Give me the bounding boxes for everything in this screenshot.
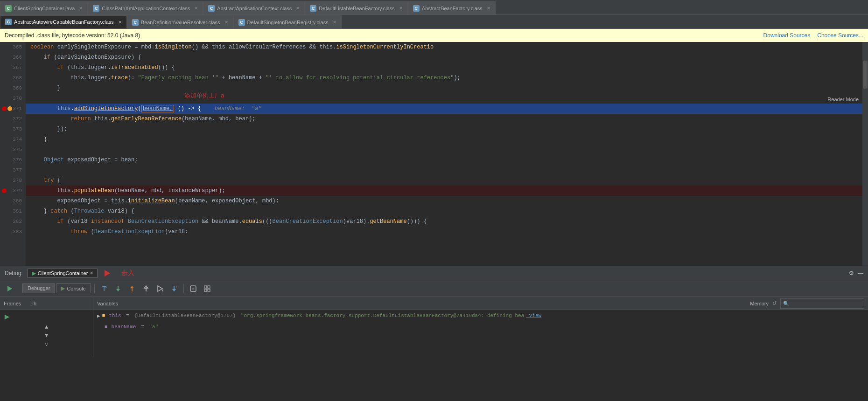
line-num-375: 375 <box>0 145 26 155</box>
line-num-382: 382 <box>0 216 26 227</box>
code-line-369: } <box>26 83 862 93</box>
code-line-378: try { <box>26 175 862 186</box>
close-tab-s1[interactable]: ✕ <box>118 20 122 25</box>
var-row-beanName: ■ beanName = "a" <box>93 321 868 332</box>
choose-sources-link[interactable]: Choose Sources... <box>817 32 863 39</box>
tab-DefaultListable[interactable]: C DefaultListableBeanFactory.class ✕ <box>305 1 407 14</box>
separator-1 <box>94 284 95 293</box>
tab-ClientSpringContainer[interactable]: C ClientSpringContainer.java ✕ <box>0 1 88 14</box>
tab-ClassPathXml[interactable]: C ClassPathXmlApplicationContext.class ✕ <box>88 1 203 14</box>
threads-header: Th <box>30 301 36 306</box>
memory-refresh-icon[interactable]: ↺ <box>772 300 777 306</box>
code-area[interactable]: boolean earlySingletonExposure = mbd.isS… <box>26 42 862 266</box>
reader-mode-button[interactable]: Reader Mode <box>825 96 861 103</box>
settings-icon[interactable]: ⚙ <box>849 270 854 277</box>
close-tab-3[interactable]: ✕ <box>296 6 300 11</box>
tab-icon-dsr: C <box>238 19 245 26</box>
step-over-button[interactable] <box>98 283 110 295</box>
expand-this[interactable]: ▶ <box>97 313 100 319</box>
toolbar: Debugger ▶ Console ! ≡ <box>0 280 868 297</box>
evaluate-button[interactable]: ≡ <box>187 283 199 295</box>
run-to-cursor-alt-button[interactable]: ! <box>168 283 180 295</box>
down-arrow-btn[interactable]: ▼ <box>45 332 48 339</box>
info-text: Decompiled .class file, bytecode version… <box>5 32 140 39</box>
memory-search-area: Memory ↺ <box>750 298 864 309</box>
bottom-panel: Frames Th ▲ ▼ ▽ Variables Memory ↺ <box>0 297 868 357</box>
nav-buttons: ▲ ▼ ▽ <box>0 322 93 350</box>
line-num-367: 367 <box>0 62 26 73</box>
tab-bar-second: C AbstractAutowireCapableBeanFactory.cla… <box>0 15 868 29</box>
tab-BeanDefinitionValue[interactable]: C BeanDefinitionValueResolver.class ✕ <box>127 15 233 28</box>
line-num-374: 374 <box>0 134 26 145</box>
this-value: "org.springframework.beans.factory.suppo… <box>238 313 524 318</box>
debug-tabs: Debugger ▶ Console <box>22 283 91 293</box>
frames-header[interactable]: Frames <box>4 301 21 306</box>
this-key: this <box>109 313 121 318</box>
search-variables-input[interactable] <box>780 298 864 309</box>
svg-marker-11 <box>172 289 176 291</box>
code-line-375 <box>26 145 862 155</box>
line-gutter: 365 366 367 368 369 370 371 372 373 374 … <box>0 42 26 266</box>
close-tab-2[interactable]: ✕ <box>194 6 198 11</box>
scroll-thumb[interactable] <box>863 61 868 89</box>
orange-square-icon: ■ <box>102 313 105 318</box>
step-out-button[interactable] <box>126 283 138 295</box>
line-num-365: 365 <box>0 42 26 52</box>
up-arrow-btn[interactable]: ▲ <box>45 324 48 331</box>
svg-marker-5 <box>130 286 134 288</box>
code-line-379: this.populateBean(beanName, mbd, instanc… <box>26 186 862 196</box>
line-num-369: 369 <box>0 83 26 93</box>
close-tab-1[interactable]: ✕ <box>79 6 83 11</box>
code-line-373: }); <box>26 124 862 134</box>
filter-btn[interactable]: ▽ <box>45 341 48 348</box>
line-num-370: 370 <box>0 93 26 104</box>
svg-rect-17 <box>204 289 207 291</box>
view-link[interactable]: View <box>526 313 541 318</box>
tab-AbstractBeanFactory[interactable]: C AbstractBeanFactory.class ✕ <box>408 1 496 14</box>
close-tab-s2[interactable]: ✕ <box>224 20 228 25</box>
debug-session-tab[interactable]: ▶ ClientSpringContainer ✕ <box>28 269 98 278</box>
step-into-button[interactable] <box>112 283 124 295</box>
svg-rect-15 <box>204 286 207 288</box>
grid-button[interactable] <box>201 283 213 295</box>
breakpoint-dot-371[interactable] <box>2 106 7 111</box>
code-line-368: this.logger.trace(○ "Eagerly caching bea… <box>26 73 862 83</box>
code-line-381: } catch (Throwable var18) { <box>26 206 862 216</box>
svg-text:≡: ≡ <box>192 287 195 292</box>
close-tab-s3[interactable]: ✕ <box>333 20 336 25</box>
tab-AbstractAutowire[interactable]: C AbstractAutowireCapableBeanFactory.cla… <box>0 15 127 28</box>
tab-DefaultSingleton[interactable]: C DefaultSingletonBeanRegistry.class ✕ <box>233 15 342 28</box>
code-line-382: if (var18 instanceof BeanCreationExcepti… <box>26 216 862 227</box>
variables-col-header[interactable]: Variables <box>97 301 118 306</box>
code-line-376: Object exposedObject = bean; <box>26 155 862 165</box>
download-sources-link[interactable]: Download Sources <box>763 32 811 39</box>
session-label: ClientSpringContainer <box>38 270 88 276</box>
close-tab-4[interactable]: ✕ <box>399 6 403 11</box>
close-session[interactable]: ✕ <box>90 270 93 276</box>
beanName-key: beanName <box>112 324 136 330</box>
console-tab[interactable]: ▶ Console <box>56 283 91 293</box>
tab-AbstractApplication[interactable]: C AbstractApplicationContext.class ✕ <box>203 1 305 14</box>
editor-area: 365 366 367 368 369 370 371 372 373 374 … <box>0 42 868 266</box>
svg-marker-19 <box>5 315 10 320</box>
resume-button[interactable] <box>4 283 16 295</box>
memory-label: Memory <box>750 301 769 306</box>
line-num-372: 372 <box>0 114 26 124</box>
editor-scrollbar[interactable] <box>862 42 868 266</box>
line-num-379: 379 <box>0 186 26 196</box>
code-line-366: if (earlySingletonExposure) { <box>26 52 862 62</box>
minimize-icon[interactable]: — <box>858 270 863 277</box>
warning-dot-371 <box>7 106 12 111</box>
variables-panel: Variables Memory ↺ ▶ ■ this = {DefaultLi… <box>93 297 868 357</box>
line-num-381: 381 <box>0 206 26 216</box>
close-tab-5[interactable]: ✕ <box>487 6 490 11</box>
breakpoint-dot-379[interactable] <box>2 188 7 193</box>
beanName-value: "a" <box>149 324 158 330</box>
debugger-tab[interactable]: Debugger <box>22 283 55 293</box>
separator-2 <box>183 284 184 293</box>
run-to-cursor-button[interactable] <box>154 283 166 295</box>
line-num-368: 368 <box>0 73 26 83</box>
step-out-alt-button[interactable] <box>140 283 152 295</box>
tab-icon-c2c: C <box>310 5 316 12</box>
debug-bar: Debug: ▶ ClientSpringContainer ✕ 步入 ⚙ — <box>0 266 868 280</box>
